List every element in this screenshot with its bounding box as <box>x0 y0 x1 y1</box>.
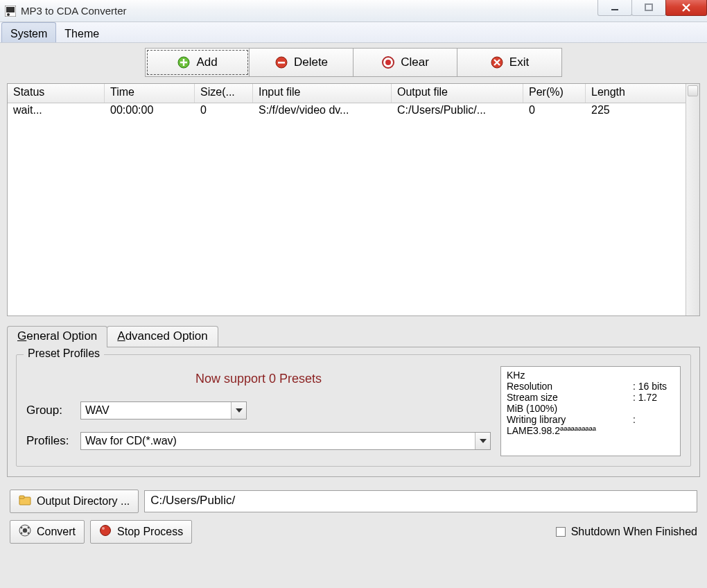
col-per[interactable]: Per(%) <box>523 84 586 103</box>
svg-point-20 <box>102 527 105 530</box>
cell-time: 00:00:00 <box>105 103 195 120</box>
table-header: Status Time Size(... Input file Output f… <box>8 84 686 103</box>
toolbar: Add Delete Clear <box>7 46 700 79</box>
exit-button[interactable]: Exit <box>457 49 561 76</box>
col-status[interactable]: Status <box>8 84 105 103</box>
convert-icon <box>19 524 31 539</box>
cell-size: 0 <box>195 103 253 120</box>
preset-profiles-group: Preset Profiles Now support 0 Presets Gr… <box>16 354 691 467</box>
svg-rect-3 <box>611 9 618 10</box>
app-icon <box>4 5 17 17</box>
profiles-label: Profiles: <box>26 434 80 448</box>
svg-point-9 <box>385 60 391 65</box>
svg-point-16 <box>28 527 30 529</box>
col-size[interactable]: Size(... <box>195 84 253 103</box>
chevron-down-icon <box>231 402 246 419</box>
svg-rect-4 <box>645 4 652 10</box>
tab-general-option[interactable]: General Option <box>7 326 107 347</box>
checkbox-icon <box>556 527 566 537</box>
col-output[interactable]: Output file <box>392 84 523 103</box>
close-button[interactable] <box>665 0 707 16</box>
delete-label: Delete <box>294 55 328 69</box>
svg-point-17 <box>21 533 23 535</box>
stop-icon <box>99 524 112 539</box>
delete-icon <box>274 55 288 69</box>
cell-input: S:/f/dev/video dv... <box>253 103 392 120</box>
profiles-value: Wav for CD(*.wav) <box>85 435 177 447</box>
table-scrollbar[interactable] <box>686 84 699 315</box>
minimize-button[interactable] <box>597 0 632 16</box>
window-controls <box>598 0 707 21</box>
svg-point-15 <box>21 527 23 529</box>
output-directory-label: Output Directory ... <box>37 495 130 508</box>
clear-icon <box>381 55 395 69</box>
table-body: wait... 00:00:00 0 S:/f/dev/video dv... … <box>8 103 686 315</box>
window-title: MP3 to CDA Converter <box>21 5 598 17</box>
bottom-bar: Output Directory ... C:/Users/Public/ Co… <box>7 487 700 546</box>
add-label: Add <box>196 55 217 69</box>
tab-advanced-option[interactable]: Advanced Option <box>107 326 218 347</box>
app-window: MP3 to CDA Converter System Theme <box>0 0 707 588</box>
exit-icon <box>490 55 504 69</box>
menubar: System Theme <box>0 22 707 43</box>
content-area: Add Delete Clear <box>0 43 707 588</box>
col-input[interactable]: Input file <box>253 84 392 103</box>
stop-process-button[interactable]: Stop Process <box>90 520 192 544</box>
add-button[interactable]: Add <box>146 49 250 76</box>
svg-point-2 <box>7 13 10 16</box>
add-icon <box>177 55 191 69</box>
menu-theme[interactable]: Theme <box>56 22 107 42</box>
menu-system[interactable]: System <box>1 22 56 42</box>
option-tabs: General Option Advanced Option <box>7 326 700 347</box>
cell-output: C:/Users/Public/... <box>392 103 523 120</box>
cell-length: 225 <box>586 103 663 120</box>
clear-button[interactable]: Clear <box>354 49 457 76</box>
svg-point-14 <box>23 528 27 533</box>
clear-label: Clear <box>401 55 429 69</box>
info-labels: KHz Resolution Stream size MiB (100%) Wr… <box>507 370 633 453</box>
option-panel: Preset Profiles Now support 0 Presets Gr… <box>7 347 700 477</box>
svg-rect-12 <box>19 496 24 499</box>
cell-per: 0 <box>523 103 586 120</box>
output-path-field[interactable]: C:/Users/Public/ <box>144 490 697 512</box>
preset-legend: Preset Profiles <box>24 347 104 360</box>
maximize-button[interactable] <box>631 0 666 16</box>
svg-point-18 <box>28 533 30 535</box>
titlebar: MP3 to CDA Converter <box>0 0 707 22</box>
cell-status: wait... <box>8 103 105 120</box>
delete-button[interactable]: Delete <box>250 49 354 76</box>
exit-label: Exit <box>509 55 529 69</box>
svg-rect-7 <box>278 62 285 64</box>
group-value: WAV <box>85 404 110 417</box>
svg-rect-1 <box>6 7 15 12</box>
chevron-down-icon <box>475 433 490 449</box>
col-length[interactable]: Length <box>586 84 663 103</box>
file-table: Status Time Size(... Input file Output f… <box>7 83 700 316</box>
profiles-combo[interactable]: Wav for CD(*.wav) <box>80 432 491 450</box>
group-label: Group: <box>26 404 80 417</box>
info-values: : 16 bits : 1.72 : <box>633 370 674 453</box>
stop-label: Stop Process <box>117 526 183 538</box>
table-row[interactable]: wait... 00:00:00 0 S:/f/dev/video dv... … <box>8 103 686 120</box>
output-directory-button[interactable]: Output Directory ... <box>10 490 139 513</box>
folder-icon <box>19 494 31 508</box>
group-combo[interactable]: WAV <box>80 401 247 420</box>
convert-label: Convert <box>37 526 76 538</box>
shutdown-checkbox[interactable]: Shutdown When Finished <box>556 526 697 538</box>
shutdown-label: Shutdown When Finished <box>571 526 697 537</box>
convert-button[interactable]: Convert <box>10 520 85 544</box>
media-info-box: KHz Resolution Stream size MiB (100%) Wr… <box>500 366 681 456</box>
col-time[interactable]: Time <box>105 84 195 103</box>
svg-point-19 <box>101 526 111 536</box>
preset-message: Now support 0 Presets <box>26 372 491 386</box>
